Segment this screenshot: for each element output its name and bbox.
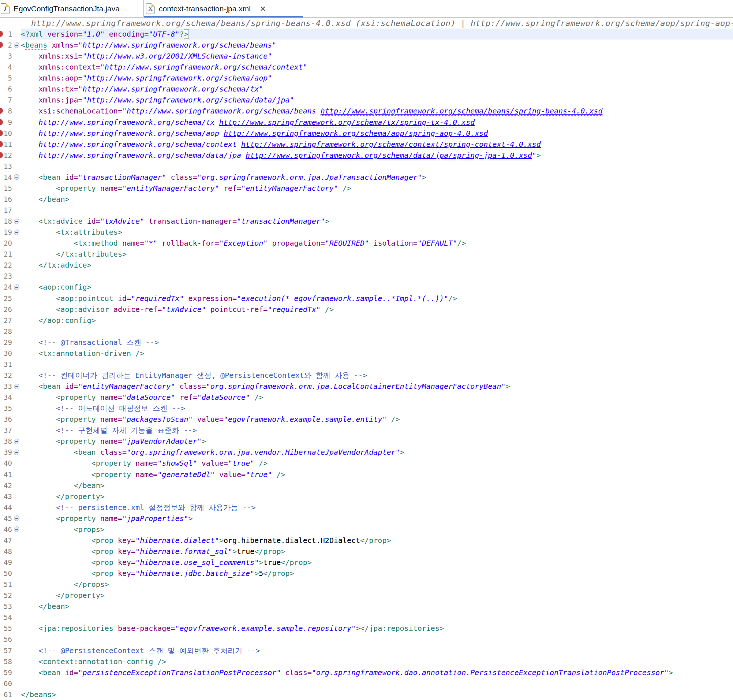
- code-line-text[interactable]: <bean class="org.springframework.orm.jpa…: [21, 447, 733, 457]
- code-line: 33 <bean id="entityManagerFactory" class…: [0, 381, 733, 392]
- code-line-text[interactable]: <aop:advisor advice-ref="txAdvice" point…: [21, 304, 733, 315]
- code-line: 9 http://www.springframework.org/schema/…: [0, 117, 733, 128]
- fold-collapse-icon[interactable]: [14, 219, 19, 224]
- tab-egovconfigtransactionjta-java[interactable]: J EgovConfigTransactionJta.java: [0, 0, 144, 17]
- code-line-text[interactable]: <property name="entityManagerFactory" re…: [21, 183, 733, 194]
- code-line-text[interactable]: </tx:advice>: [21, 260, 733, 271]
- code-line-text[interactable]: xmlns:xsi="http://www.w3.org/2001/XMLSch…: [21, 50, 733, 62]
- fold-collapse-icon[interactable]: [14, 284, 19, 290]
- fold-collapse-icon[interactable]: [14, 515, 19, 521]
- code-line: 1<?xml version="1.0" encoding="UTF-8"?>: [0, 29, 733, 40]
- fold-collapse-icon[interactable]: [14, 438, 19, 444]
- fold-collapse-icon[interactable]: [14, 229, 19, 235]
- code-line: 22 </tx:advice>: [0, 260, 733, 271]
- code-line: 35 <!-- 어노테이션 매핑정보 스캔 -->: [0, 403, 733, 414]
- code-line-text[interactable]: http://www.springframework.org/schema/ao…: [21, 128, 733, 139]
- code-line: 27 </aop:config>: [0, 315, 733, 326]
- code-line-text[interactable]: </beans>: [21, 689, 733, 700]
- code-line-text[interactable]: xmlns:aop="http://www.springframework.or…: [21, 72, 733, 84]
- code-line-text[interactable]: </property>: [21, 590, 733, 601]
- code-line-text[interactable]: <!-- 어노테이션 매핑정보 스캔 -->: [21, 403, 733, 414]
- code-line-text[interactable]: <bean id="transactionManager" class="org…: [21, 172, 733, 183]
- code-line: 18 <tx:advice id="txAdvice" transaction-…: [0, 216, 733, 226]
- code-line-text[interactable]: </bean>: [21, 194, 733, 204]
- code-line-text[interactable]: <!-- 구현체별 자체 기능을 표준화 -->: [21, 425, 733, 436]
- code-line-text[interactable]: <bean id="entityManagerFactory" class="o…: [21, 381, 733, 392]
- line-number: 41: [0, 471, 12, 478]
- code-line-text[interactable]: <tx:attributes>: [21, 226, 733, 238]
- code-line-text[interactable]: <prop key="hibernate.use_sql_comments">t…: [21, 557, 733, 568]
- code-line-text[interactable]: <!-- @PersistenceContext 스캔 및 예외변환 후처리기 …: [21, 645, 733, 656]
- line-number: 50: [0, 569, 12, 577]
- editor-tab-bar: J EgovConfigTransactionJta.java X contex…: [0, 0, 733, 18]
- code-line-text[interactable]: <beans xmlns="http://www.springframework…: [21, 40, 733, 50]
- code-line: 29 <!-- @Transactional 스캔 -->: [0, 337, 733, 348]
- line-number: 45: [0, 515, 12, 522]
- code-line-text[interactable]: <tx:method name="*" rollback-for="Except…: [21, 238, 733, 249]
- line-number: 6: [0, 85, 12, 93]
- code-line: 19 <tx:attributes>: [0, 226, 733, 238]
- code-line-text[interactable]: <!-- @Transactional 스캔 -->: [21, 337, 733, 348]
- fold-collapse-icon[interactable]: [14, 526, 19, 532]
- code-line-text[interactable]: <!-- persistence.xml 설정정보와 함께 사용가능 -->: [21, 502, 733, 513]
- code-line-text[interactable]: <property name="dataSource" ref="dataSou…: [21, 392, 733, 403]
- code-line-text[interactable]: xmlns:jpa="http://www.springframework.or…: [21, 94, 733, 106]
- line-number: 52: [0, 591, 12, 599]
- code-line-text[interactable]: <tx:annotation-driven />: [21, 348, 733, 359]
- line-number: 24: [0, 283, 12, 291]
- code-line-text[interactable]: <property name="jpaProperties">: [21, 513, 733, 524]
- fold-collapse-icon[interactable]: [14, 174, 19, 180]
- code-line-text[interactable]: <aop:pointcut id="requiredTx" expression…: [21, 293, 733, 304]
- tab-context-transaction-jpa-xml[interactable]: X context-transaction-jpa.xml ✕: [144, 0, 303, 17]
- code-line: 26 <aop:advisor advice-ref="txAdvice" po…: [0, 304, 733, 315]
- code-line-text[interactable]: </aop:config>: [21, 315, 733, 326]
- line-number: 60: [0, 679, 12, 688]
- code-line-text[interactable]: http://www.springframework.org/schema/tx…: [21, 117, 733, 128]
- code-line: 50 <prop key="hibernate.jdbc.batch_size"…: [0, 568, 733, 579]
- code-line-text[interactable]: <property name="jpaVendorAdapter">: [21, 436, 733, 447]
- code-line-text[interactable]: <property name="showSql" value="true" />: [21, 457, 733, 469]
- fold-collapse-icon[interactable]: [14, 43, 19, 48]
- code-line-text[interactable]: <prop key="hibernate.format_sql">true</p…: [21, 546, 733, 557]
- tab-label: context-transaction-jpa.xml: [159, 4, 251, 13]
- code-line: 47 <prop key="hibernate.dialect">org.hib…: [0, 535, 733, 546]
- line-number: 14: [0, 173, 12, 181]
- line-number: 28: [0, 327, 12, 335]
- tab-label: EgovConfigTransactionJta.java: [13, 4, 120, 13]
- code-line-text[interactable]: <props>: [21, 524, 733, 535]
- code-line-text[interactable]: <jpa:repositories base-package="egovfram…: [21, 623, 733, 634]
- code-line-text[interactable]: <context:annotation-config />: [21, 656, 733, 667]
- code-line-text[interactable]: </bean>: [21, 601, 733, 612]
- fold-collapse-icon[interactable]: [14, 450, 19, 455]
- code-line: 42 </bean>: [0, 480, 733, 491]
- code-line-text[interactable]: </props>: [21, 579, 733, 590]
- close-tab-icon[interactable]: ✕: [260, 4, 266, 13]
- code-line: 41 <property name="generateDdl" value="t…: [0, 469, 733, 480]
- code-line-text[interactable]: </property>: [21, 491, 733, 502]
- code-line-text[interactable]: xsi:schemaLocation="http://www.springfra…: [21, 106, 733, 116]
- code-line-text[interactable]: <!-- 컨테이너가 관리하는 EntityManager 생성, @Persi…: [21, 370, 733, 381]
- code-line: 17: [0, 204, 733, 216]
- code-line-text[interactable]: http://www.springframework.org/schema/co…: [21, 139, 733, 150]
- code-line-text[interactable]: <property name="packagesToScan" value="e…: [21, 414, 733, 425]
- code-line-text[interactable]: <tx:advice id="txAdvice" transaction-man…: [21, 216, 733, 226]
- line-number: 37: [0, 426, 12, 434]
- xml-code-editor[interactable]: 1<?xml version="1.0" encoding="UTF-8"?>2…: [0, 29, 733, 700]
- line-number: 33: [0, 382, 12, 390]
- code-line-text[interactable]: </tx:attributes>: [21, 249, 733, 260]
- fold-collapse-icon[interactable]: [14, 384, 19, 389]
- code-line: 40 <property name="showSql" value="true"…: [0, 457, 733, 469]
- line-number: 15: [0, 184, 12, 192]
- line-number: 39: [0, 448, 12, 456]
- code-line-text[interactable]: </bean>: [21, 480, 733, 491]
- code-line-text[interactable]: <aop:config>: [21, 282, 733, 293]
- code-line-text[interactable]: http://www.springframework.org/schema/da…: [21, 150, 733, 161]
- code-line-text[interactable]: <?xml version="1.0" encoding="UTF-8"?>: [21, 29, 733, 40]
- code-line-text[interactable]: <prop key="hibernate.jdbc.batch_size">5<…: [21, 568, 733, 579]
- code-line: 12 http://www.springframework.org/schema…: [0, 150, 733, 161]
- code-line-text[interactable]: xmlns:tx="http://www.springframework.org…: [21, 84, 733, 94]
- code-line-text[interactable]: <prop key="hibernate.dialect">org.hibern…: [21, 535, 733, 546]
- code-line-text[interactable]: xmlns:context="http://www.springframewor…: [21, 62, 733, 72]
- code-line-text[interactable]: <bean id="persistenceExceptionTranslatio…: [21, 667, 733, 678]
- code-line-text[interactable]: <property name="generateDdl" value="true…: [21, 469, 733, 480]
